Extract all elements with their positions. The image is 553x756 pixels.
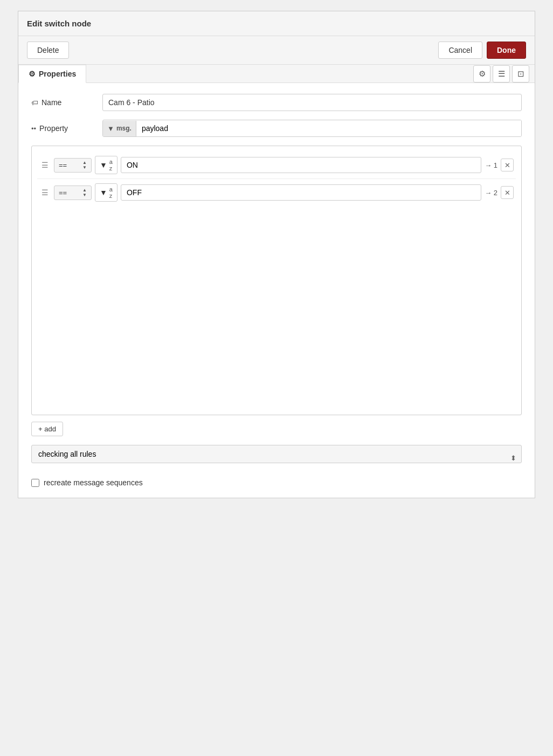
dropdown-icon: ▼ bbox=[100, 161, 107, 169]
rules-container: ☰ == ▲ ▼ ▼ az → 1 ✕ ☰ bbox=[31, 146, 522, 415]
rule-type-btn[interactable]: ▼ az bbox=[95, 183, 117, 202]
tab-properties-label: Properties bbox=[39, 70, 76, 78]
dropdown-arrow: ▼ bbox=[107, 125, 114, 133]
tab-icons: ⚙ ☰ ⊡ bbox=[473, 65, 535, 83]
dialog-title: Edit switch node bbox=[27, 19, 91, 28]
rule-row: ☰ == ▲ ▼ ▼ az → 1 ✕ bbox=[37, 152, 516, 179]
name-input[interactable] bbox=[102, 94, 522, 111]
dialog-toolbar: Delete Cancel Done bbox=[18, 36, 535, 65]
drag-handle-icon[interactable]: ☰ bbox=[39, 187, 51, 198]
tab-frame-icon-btn[interactable]: ⊡ bbox=[512, 65, 529, 83]
add-rule-button[interactable]: + add bbox=[31, 422, 63, 436]
tag-icon: 🏷 bbox=[31, 99, 38, 107]
delete-button[interactable]: Delete bbox=[27, 42, 69, 59]
property-input-wrapper: ▼ msg. bbox=[102, 120, 522, 137]
checking-select-wrapper: checking all rules stopping after first … bbox=[31, 445, 522, 471]
rule-value-input[interactable] bbox=[121, 184, 481, 201]
rule-operator-btn[interactable]: == ▲ ▼ bbox=[54, 185, 92, 200]
spinner-icon: ▲ ▼ bbox=[82, 161, 87, 170]
rule-operator-btn[interactable]: == ▲ ▼ bbox=[54, 158, 92, 173]
rule-delete-button[interactable]: ✕ bbox=[501, 159, 514, 171]
dialog-header: Edit switch node bbox=[18, 11, 535, 36]
rule-output: → 2 bbox=[485, 189, 497, 197]
recreate-checkbox[interactable] bbox=[31, 479, 39, 487]
rule-output: → 1 bbox=[485, 161, 497, 169]
property-type-label: msg. bbox=[116, 125, 132, 132]
dropdown-icon: ▼ bbox=[100, 188, 107, 197]
name-label: 🏷 Name bbox=[31, 98, 96, 107]
toolbar-right: Cancel Done bbox=[438, 42, 526, 59]
tabs-bar: ⚙ Properties ⚙ ☰ ⊡ bbox=[18, 65, 535, 83]
property-type-btn[interactable]: ▼ msg. bbox=[103, 121, 136, 136]
checking-select[interactable]: checking all rules stopping after first … bbox=[31, 445, 522, 463]
rule-value-input[interactable] bbox=[121, 157, 481, 173]
property-row: •• Property ▼ msg. bbox=[31, 120, 522, 137]
recreate-row: recreate message sequences bbox=[31, 478, 522, 487]
drag-handle-icon[interactable]: ☰ bbox=[39, 160, 51, 170]
az-icon: az bbox=[109, 186, 113, 199]
recreate-label: recreate message sequences bbox=[44, 478, 143, 487]
gear-tab-icon: ⚙ bbox=[29, 70, 36, 78]
rule-type-btn[interactable]: ▼ az bbox=[95, 156, 117, 174]
operator-label: == bbox=[59, 161, 67, 169]
dialog-body: 🏷 Name •• Property ▼ msg. ☰ bbox=[18, 83, 535, 498]
az-icon: az bbox=[109, 159, 113, 171]
rule-row: ☰ == ▲ ▼ ▼ az → 2 ✕ bbox=[37, 179, 516, 206]
cancel-button[interactable]: Cancel bbox=[438, 42, 482, 59]
tab-gear-icon-btn[interactable]: ⚙ bbox=[473, 65, 490, 83]
name-row: 🏷 Name bbox=[31, 94, 522, 111]
property-field-input[interactable] bbox=[136, 120, 521, 136]
rule-delete-button[interactable]: ✕ bbox=[501, 186, 514, 199]
property-label: •• Property bbox=[31, 124, 96, 133]
spinner-icon: ▲ ▼ bbox=[82, 188, 87, 197]
operator-label: == bbox=[59, 189, 67, 197]
dots-icon: •• bbox=[31, 125, 36, 133]
edit-switch-dialog: Edit switch node Delete Cancel Done ⚙ Pr… bbox=[18, 11, 535, 498]
done-button[interactable]: Done bbox=[487, 42, 526, 59]
tab-properties[interactable]: ⚙ Properties bbox=[18, 65, 86, 83]
tab-description-icon-btn[interactable]: ☰ bbox=[493, 65, 510, 83]
